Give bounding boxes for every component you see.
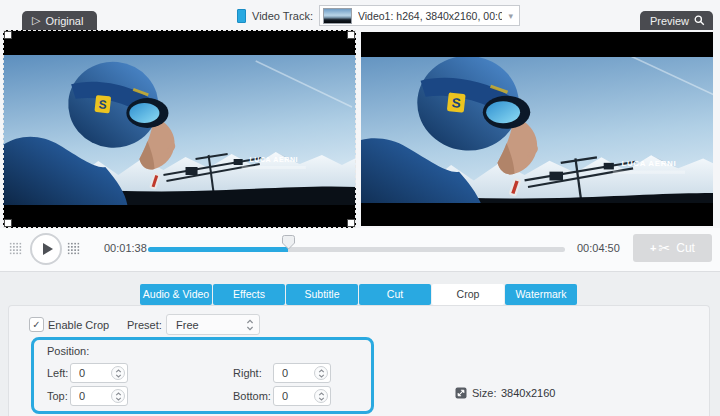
right-input[interactable]: [273, 363, 331, 383]
video-track-bar: Video Track: Video1: h264, 3840x2160, 00…: [237, 5, 520, 26]
play-outline-icon: ▷: [32, 14, 40, 27]
tab-effects[interactable]: Effects: [213, 284, 285, 305]
video-track-value: Video1: h264, 3840x2160, 00:04:50: [358, 10, 502, 22]
tool-tabs: Audio & Video Effects Subtitle Cut Crop …: [140, 284, 577, 305]
preset-value: Free: [176, 319, 199, 331]
cut-button-label: Cut: [676, 241, 695, 255]
updown-stepper-icon: [246, 319, 254, 331]
current-time: 00:01:38: [104, 242, 147, 254]
enable-crop-checkbox[interactable]: ✓: [29, 317, 44, 332]
enable-crop-label: Enable Crop: [48, 319, 109, 331]
play-icon: [43, 243, 53, 255]
original-video-canvas: [3, 55, 356, 205]
right-stepper-icon[interactable]: [314, 366, 328, 380]
video-editor-window: ▷ Original Video Track: Video1: h264, 38…: [0, 0, 720, 416]
dropdown-arrow-icon[interactable]: ▾: [508, 11, 513, 21]
position-label: Position:: [47, 345, 89, 357]
original-view-tab[interactable]: ▷ Original: [22, 11, 97, 30]
tab-audio-video[interactable]: Audio & Video: [140, 284, 212, 305]
bottom-field-label: Bottom:: [233, 390, 271, 402]
frame-step-forward-icon[interactable]: [67, 242, 80, 255]
preview-video-content: [361, 57, 713, 203]
tab-watermark[interactable]: Watermark: [505, 284, 577, 305]
preview-tab[interactable]: Preview: [640, 11, 713, 30]
crop-handle-top-left[interactable]: [4, 31, 12, 39]
top-input[interactable]: [70, 386, 128, 406]
tab-cut[interactable]: Cut: [359, 284, 431, 305]
preview-video-frame: [361, 32, 713, 226]
tab-crop[interactable]: Crop: [432, 284, 504, 305]
scissors-icon: ✂: [659, 241, 671, 255]
video-track-icon: [237, 9, 246, 23]
check-icon: ✓: [32, 319, 40, 330]
video-thumbnail: [323, 8, 352, 24]
preset-dropdown[interactable]: Free: [166, 314, 260, 335]
right-field-label: Right:: [233, 367, 262, 379]
crop-handle-bottom-right[interactable]: [347, 219, 355, 227]
preview-video-canvas: [361, 57, 713, 203]
magnifier-icon: [694, 15, 705, 26]
preset-label: Preset:: [127, 319, 162, 331]
bottom-input[interactable]: [273, 386, 331, 406]
frame-step-back-icon[interactable]: [9, 242, 22, 255]
left-input[interactable]: [70, 363, 128, 383]
resize-icon: [455, 385, 467, 403]
bottom-stepper-icon[interactable]: [314, 389, 328, 403]
crop-handle-top-right[interactable]: [347, 31, 355, 39]
size-label: Size:: [472, 387, 496, 399]
seek-bar[interactable]: [148, 247, 565, 252]
preview-label: Preview: [650, 15, 689, 27]
video-track-label: Video Track:: [252, 10, 313, 22]
play-button[interactable]: [30, 233, 62, 265]
tab-subtitle[interactable]: Subtitle: [286, 284, 358, 305]
cut-button[interactable]: + ✂ Cut: [633, 234, 712, 262]
left-stepper-icon[interactable]: [111, 366, 125, 380]
original-video-frame[interactable]: [3, 30, 356, 228]
top-stepper-icon[interactable]: [111, 389, 125, 403]
plus-icon: +: [650, 242, 656, 254]
total-time: 00:04:50: [577, 242, 620, 254]
original-view-label: Original: [45, 15, 83, 27]
original-video-content: [3, 55, 356, 205]
top-field-label: Top:: [47, 390, 68, 402]
video-track-dropdown[interactable]: Video1: h264, 3840x2160, 00:04:50 ▾: [319, 5, 520, 26]
seek-fill: [148, 247, 288, 252]
crop-handle-bottom-left[interactable]: [4, 219, 12, 227]
size-value: 3840x2160: [501, 387, 555, 399]
left-field-label: Left:: [47, 367, 68, 379]
playhead-handle[interactable]: [282, 235, 295, 254]
